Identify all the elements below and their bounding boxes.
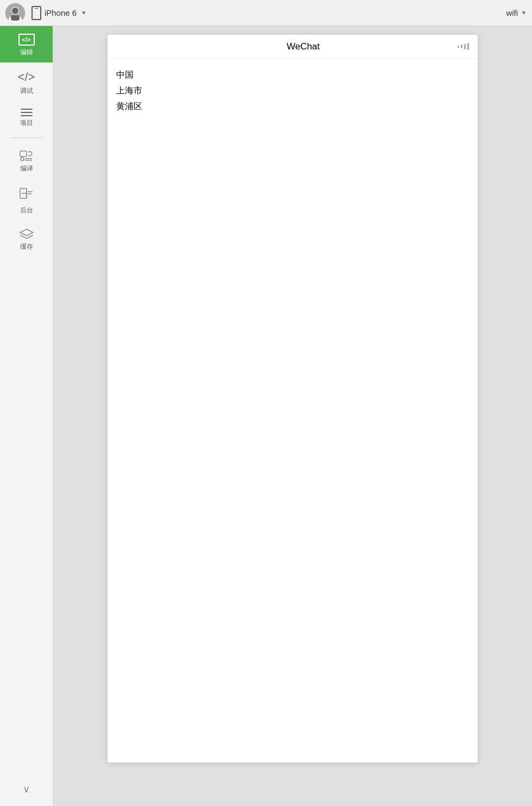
- wifi-selector[interactable]: wifi ▼: [506, 8, 527, 17]
- svg-marker-14: [20, 229, 33, 236]
- svg-rect-5: [20, 151, 27, 156]
- signal-bar-2: [461, 45, 463, 48]
- hamburger-icon: [21, 109, 33, 116]
- sidebar: </> 编辑 </> 调试 项目: [0, 26, 53, 806]
- sidebar-divider-1: [10, 137, 42, 138]
- phone-signal-area: [458, 43, 469, 50]
- sidebar-item-edit[interactable]: </> 编辑: [0, 26, 53, 62]
- sidebar-item-project-label: 项目: [20, 118, 33, 128]
- content-line-2: 上海市: [116, 83, 469, 99]
- content-line-3: 黄浦区: [116, 99, 469, 115]
- signal-bar-3: [464, 44, 466, 49]
- debug-icon: </>: [18, 70, 35, 84]
- signal-bar-1: [458, 46, 459, 48]
- top-bar: iPhone 6 ▼ wifi ▼: [0, 0, 532, 26]
- layers-icon: [19, 228, 34, 240]
- device-chevron-icon: ▼: [81, 10, 86, 16]
- sidebar-item-edit-label: 编辑: [20, 48, 33, 57]
- sidebar-item-backend[interactable]: 后台: [0, 179, 53, 221]
- phone-app-title: WeChat: [149, 41, 458, 52]
- svg-point-6: [21, 158, 24, 161]
- phone-content: 中国 上海市 黄浦区: [107, 59, 478, 763]
- sidebar-item-debug-label: 调试: [20, 86, 33, 96]
- content-line-1: 中国: [116, 67, 469, 83]
- device-selector[interactable]: iPhone 6 ▼: [31, 6, 506, 20]
- signal-bar-4: [467, 43, 469, 50]
- sidebar-item-project[interactable]: 项目: [0, 101, 53, 133]
- sidebar-item-backend-label: 后台: [20, 206, 33, 215]
- phone-status-bar: WeChat: [107, 35, 478, 59]
- chevron-down-icon: ∨: [23, 783, 30, 795]
- sidebar-item-cache[interactable]: 缓存: [0, 221, 53, 257]
- phone-icon: [31, 6, 41, 20]
- svg-rect-4: [11, 15, 20, 21]
- svg-point-3: [12, 8, 18, 14]
- main-area: </> 编辑 </> 调试 项目: [0, 26, 532, 806]
- phone-mockup: WeChat 中国 上海市 黄浦区: [107, 35, 478, 763]
- device-label: iPhone 6: [45, 8, 77, 17]
- compile-icon: [19, 150, 34, 162]
- sidebar-expand-button[interactable]: ∨: [23, 776, 30, 801]
- sidebar-item-debug[interactable]: </> 调试: [0, 62, 53, 101]
- wifi-label: wifi: [506, 8, 518, 17]
- sidebar-item-compile[interactable]: 编译: [0, 142, 53, 179]
- preview-area: WeChat 中国 上海市 黄浦区: [53, 26, 532, 806]
- sidebar-item-cache-label: 缓存: [20, 242, 33, 251]
- wifi-chevron-icon: ▼: [521, 10, 527, 16]
- backend-icon: [20, 186, 34, 204]
- phone-content-text: 中国 上海市 黄浦区: [116, 67, 469, 114]
- edit-icon: </>: [18, 34, 35, 46]
- avatar: [5, 3, 25, 23]
- sidebar-bottom: ∨: [23, 776, 30, 806]
- sidebar-item-compile-label: 编译: [20, 164, 33, 173]
